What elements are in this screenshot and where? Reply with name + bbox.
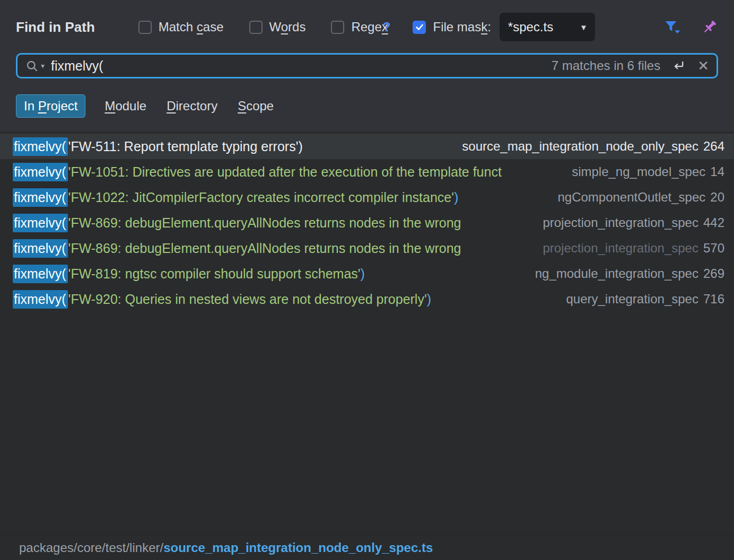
match-case-checkbox[interactable]: Match case <box>138 20 224 34</box>
header-actions <box>664 19 720 36</box>
result-file: projection_integration_spec570 <box>543 241 724 256</box>
result-row-4[interactable]: fixmelvy( 'FW-869: debugElement.queryAll… <box>0 210 734 235</box>
enter-icon <box>671 58 686 73</box>
result-row-7[interactable]: fixmelvy( 'FW-920: Queries in nested vie… <box>0 286 734 312</box>
file-mask-label: File mask: <box>433 20 491 34</box>
file-mask-select[interactable]: *spec.ts ▼ <box>500 13 595 41</box>
result-row-3[interactable]: fixmelvy( 'FW-1022: JitCompilerFactory c… <box>0 185 734 210</box>
match-highlight: fixmelvy( <box>13 265 68 283</box>
match-count: 7 matches in 6 files <box>552 58 660 73</box>
tab-in-project[interactable]: In Project <box>16 94 85 118</box>
result-row-1[interactable]: fixmelvy( 'FW-511: Report template typin… <box>0 134 734 159</box>
chevron-down-icon: ▾ <box>41 62 45 70</box>
match-highlight: fixmelvy( <box>13 163 68 181</box>
words-label: Words <box>269 20 306 34</box>
result-text: 'FW-819: ngtsc compiler should support s… <box>68 266 530 282</box>
tab-scope[interactable]: Scope <box>237 94 275 118</box>
scope-tabs: In Project Module Directory Scope <box>16 94 718 118</box>
result-file: simple_ng_model_spec14 <box>572 164 724 179</box>
search-input[interactable] <box>51 58 545 74</box>
match-case-label: Match case <box>159 20 224 34</box>
result-file: ngComponentOutlet_spec20 <box>557 190 724 205</box>
insert-newline-button[interactable] <box>671 58 686 73</box>
regex-help-link[interactable]: ? <box>383 20 391 34</box>
pin-icon <box>701 19 718 36</box>
result-text: 'FW-1051: Directives are updated after t… <box>68 164 567 180</box>
match-case-checkbox-box <box>138 21 152 34</box>
file-mask-checkbox[interactable]: File mask: <box>413 20 491 34</box>
regex-checkbox-box <box>331 21 344 34</box>
status-bar: packages/core/test/linker/source_map_int… <box>0 535 734 560</box>
dialog-top-section: Find in Path Match case Words Regex ? Fi… <box>0 0 734 132</box>
result-file: query_integration_spec716 <box>566 292 724 307</box>
dialog-header: Find in Path Match case Words Regex ? Fi… <box>0 0 734 53</box>
result-text: 'FW-869: debugElement.queryAllNodes retu… <box>68 215 538 231</box>
search-history-button[interactable]: ▾ <box>25 59 45 73</box>
pin-window-button[interactable] <box>701 19 718 36</box>
result-file: projection_integration_spec442 <box>543 215 724 230</box>
results-list: fixmelvy( 'FW-511: Report template typin… <box>0 132 734 535</box>
file-name-link[interactable]: source_map_integration_node_only_spec.ts <box>163 540 433 555</box>
file-mask-value: *spec.ts <box>508 20 553 34</box>
result-file: ng_module_integration_spec269 <box>535 266 724 281</box>
match-highlight: fixmelvy( <box>13 239 68 258</box>
filter-icon <box>664 19 681 36</box>
words-checkbox[interactable]: Words <box>249 20 306 34</box>
page-title: Find in Path <box>16 19 95 36</box>
result-text: 'FW-1022: JitCompilerFactory creates inc… <box>68 190 553 205</box>
checkmark-icon <box>415 22 424 32</box>
filter-options-button[interactable] <box>664 19 681 36</box>
result-text: 'FW-920: Queries in nested views are not… <box>68 292 561 307</box>
match-highlight: fixmelvy( <box>13 137 68 156</box>
file-path: packages/core/test/linker/ <box>19 540 163 555</box>
result-row-2[interactable]: fixmelvy( 'FW-1051: Directives are updat… <box>0 159 734 185</box>
result-text: 'FW-511: Report template typing errors') <box>68 139 457 154</box>
tab-directory[interactable]: Directory <box>165 94 219 118</box>
result-text: 'FW-869: debugElement.queryAllNodes retu… <box>68 241 538 256</box>
words-checkbox-box <box>249 21 263 34</box>
search-icon <box>25 59 39 73</box>
result-row-6[interactable]: fixmelvy( 'FW-819: ngtsc compiler should… <box>0 261 734 286</box>
result-row-5[interactable]: fixmelvy( 'FW-869: debugElement.queryAll… <box>0 235 734 261</box>
close-icon[interactable]: ✕ <box>697 59 709 73</box>
find-in-path-dialog: Find in Path Match case Words Regex ? Fi… <box>0 0 734 560</box>
match-highlight: fixmelvy( <box>13 290 68 309</box>
tab-module[interactable]: Module <box>103 94 147 118</box>
file-mask-checkbox-box <box>413 21 426 34</box>
match-highlight: fixmelvy( <box>13 188 68 207</box>
search-field-container: ▾ 7 matches in 6 files ✕ <box>16 53 718 78</box>
regex-checkbox[interactable]: Regex <box>331 20 388 34</box>
chevron-down-icon: ▼ <box>580 23 588 32</box>
match-highlight: fixmelvy( <box>13 214 68 232</box>
result-file: source_map_integration_node_only_spec264 <box>462 139 724 154</box>
